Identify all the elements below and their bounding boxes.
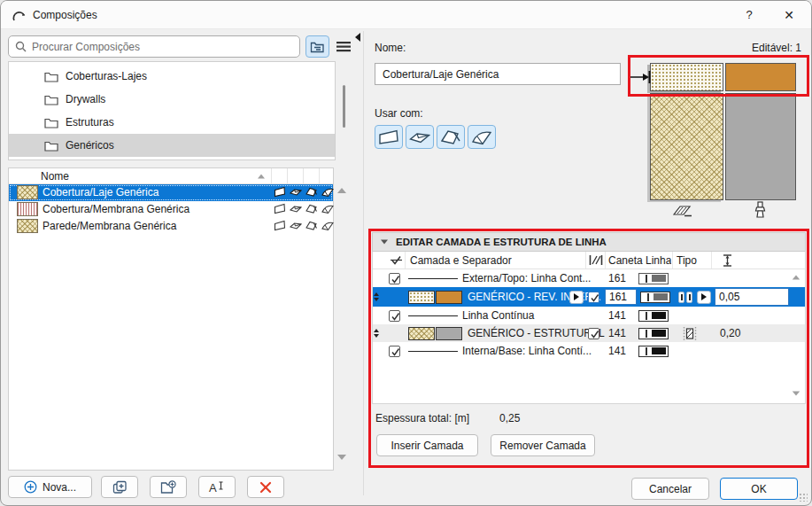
total-thickness-label: Espessura total: [m] (375, 412, 469, 424)
duplicate-button[interactable] (101, 476, 138, 498)
folder-icon (44, 117, 58, 128)
pen-preview[interactable] (638, 310, 669, 322)
composition-name-input[interactable]: Cobertura/Laje Genérica (375, 63, 621, 85)
pen-preview[interactable] (638, 328, 669, 339)
layer-row-externa-topo[interactable]: Externa/Topo: Linha Cont... 161 (373, 269, 805, 287)
thickness-field[interactable]: 0,05 (715, 288, 789, 306)
list-scroll-up-icon[interactable] (337, 188, 346, 193)
wall-icon (274, 186, 286, 198)
drag-handle-icon[interactable] (374, 329, 379, 338)
preview-skin-core-fill (650, 93, 723, 200)
table-scroll-up-icon[interactable] (793, 275, 800, 279)
pen-preview[interactable] (640, 292, 670, 303)
list-view-icon (336, 41, 351, 52)
skin-fill-swatch (408, 327, 435, 340)
roof-icon (305, 220, 318, 231)
list-view-toggle[interactable] (331, 35, 355, 58)
thickness-value[interactable]: 0,20 (720, 324, 740, 342)
row-enabled-checkbox[interactable] (389, 273, 400, 284)
use-with-shell-toggle[interactable] (468, 125, 496, 149)
column-header-type[interactable]: Tipo (677, 252, 710, 269)
list-row-cobertura-laje-generica[interactable]: Cobertura/Laje Genérica (9, 184, 333, 201)
tree-view-toggle[interactable] (305, 35, 329, 58)
wall-icon (274, 220, 286, 231)
resize-grip[interactable] (799, 493, 808, 502)
list-header[interactable]: Nome (9, 168, 333, 184)
pen-number-field[interactable]: 161 (605, 289, 637, 305)
collapse-panel-icon[interactable] (355, 33, 360, 42)
column-header-pen[interactable]: Caneta Linha (608, 252, 671, 269)
layer-table-header: Camada e Separador Caneta Linha Tipo (373, 252, 805, 269)
layer-row-linha-continua[interactable]: Linha Contínua 141 (373, 307, 805, 324)
duplicate-icon (112, 480, 128, 494)
drag-handle-icon[interactable] (374, 292, 379, 301)
row-enabled-checkbox[interactable] (389, 310, 400, 322)
pen-preview[interactable] (638, 273, 669, 284)
thickness-column-icon (723, 254, 732, 267)
table-scroll-down-icon[interactable] (793, 391, 800, 395)
compositions-dialog: Composições ? ✕ Procurar Composições Cob… (0, 0, 812, 506)
skin-flyout-button[interactable] (569, 291, 584, 304)
wall-icon (378, 128, 399, 145)
close-icon[interactable]: ✕ (774, 4, 804, 26)
help-button[interactable]: ? (734, 4, 764, 26)
rename-icon: A (208, 480, 226, 494)
new-folder-button[interactable] (150, 476, 187, 498)
rename-button[interactable]: A (198, 476, 236, 498)
dialog-title: Composições (33, 9, 97, 21)
core-checkbox[interactable] (588, 292, 599, 303)
svg-text:A: A (209, 481, 217, 494)
layer-row-interna-base[interactable]: Interna/Base: Linha Contí... 141 (373, 342, 805, 360)
layer-row-generico-estrutural[interactable]: GENÉRICO - ESTRUTURAL 141 0,20 (373, 324, 805, 342)
insert-layer-button[interactable]: Inserir Camada (376, 434, 478, 456)
composition-swatch (17, 185, 38, 199)
list-row-parede-membrana-generica[interactable]: Parede/Membrana Genérica (9, 218, 333, 235)
list-scroll-down-icon[interactable] (337, 455, 346, 460)
remove-layer-button[interactable]: Remover Camada (491, 434, 595, 456)
use-with-slab-toggle[interactable] (406, 125, 434, 149)
cancel-button[interactable]: Cancelar (631, 478, 709, 500)
search-placeholder: Procurar Composições (32, 41, 140, 53)
shell-icon (321, 220, 334, 231)
slab-icon (290, 220, 302, 231)
core-checkbox[interactable] (588, 328, 599, 339)
new-composition-button[interactable]: Nova... (8, 476, 92, 498)
line-preview (408, 278, 458, 279)
pen-number[interactable]: 141 (608, 307, 626, 324)
plus-circle-icon (24, 480, 37, 494)
ok-button[interactable]: OK (720, 478, 798, 500)
skin-surface-swatch (436, 291, 462, 304)
composition-swatch (17, 219, 38, 233)
tree-item-coberturas-lajes[interactable]: Coberturas-Lajes (9, 65, 335, 88)
row-enabled-checkbox[interactable] (389, 346, 400, 357)
pen-number[interactable]: 141 (608, 342, 626, 360)
slab-icon (290, 203, 302, 214)
core-column-icon (589, 255, 603, 265)
search-input[interactable]: Procurar Composições (8, 35, 300, 58)
name-column-header[interactable]: Nome (41, 170, 69, 183)
pen-number[interactable]: 161 (608, 269, 626, 287)
layer-row-generico-rev-selected[interactable]: GENÉRICO - REV. INTER... 161 0,05 (373, 287, 805, 307)
shell-icon (471, 128, 492, 145)
tree-scrollbar[interactable] (343, 85, 345, 128)
layer-editor-panel-header[interactable]: EDITAR CAMADA E ESTRUTURA DE LINHA (372, 232, 806, 252)
line-preview (408, 351, 458, 352)
composition-swatch (17, 202, 38, 216)
type-flyout-button[interactable] (697, 291, 711, 304)
column-header-name[interactable]: Camada e Separador (410, 252, 583, 269)
tree-item-genericos[interactable]: Genéricos (9, 134, 335, 157)
roof-icon (305, 203, 318, 214)
pen-preview[interactable] (638, 346, 669, 357)
use-with-wall-toggle[interactable] (375, 125, 403, 149)
tree-item-estruturas[interactable]: Estruturas (9, 111, 335, 134)
line-type-preview (686, 292, 692, 303)
delete-button[interactable] (247, 476, 284, 498)
use-with-roof-toggle[interactable] (437, 125, 465, 149)
wall-icon (274, 203, 286, 214)
slab-icon (409, 128, 430, 145)
list-row-cobertura-membrana-generica[interactable]: Cobertura/Membrana Genérica (9, 201, 333, 218)
shell-icon (321, 186, 334, 198)
pen-number[interactable]: 141 (608, 324, 626, 342)
tree-item-drywalls[interactable]: Drywalls (9, 88, 335, 111)
toggle-all-check-icon[interactable] (390, 255, 403, 266)
